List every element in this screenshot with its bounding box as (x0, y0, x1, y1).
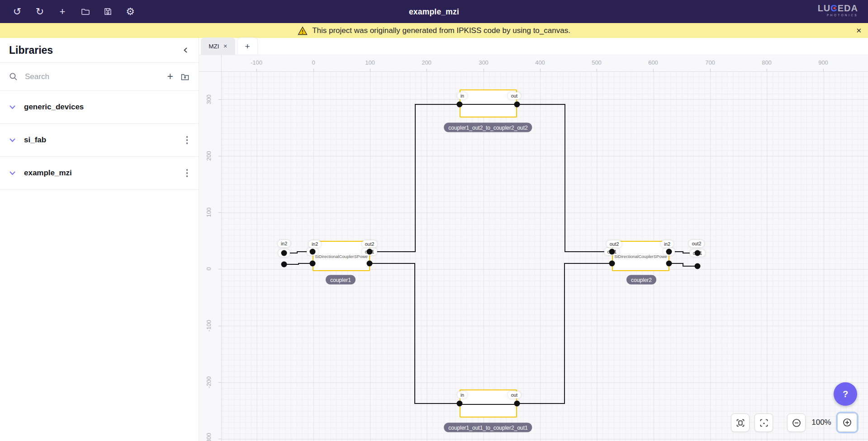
plus-icon: + (60, 6, 66, 18)
ruler-tick-label: -100 (251, 59, 262, 66)
ruler-tick-label: -100 (205, 320, 212, 332)
search-icon (9, 72, 18, 81)
port-ext-out2[interactable] (695, 250, 701, 256)
ruler-corner (199, 55, 222, 72)
port-c2-in1[interactable] (666, 261, 672, 267)
fit-selection-button[interactable] (754, 413, 773, 432)
save-icon (103, 7, 113, 16)
warning-banner: This project was originally generated fr… (0, 23, 868, 38)
undo-button[interactable]: ↺ (9, 4, 25, 20)
port-c1-in1[interactable] (310, 261, 316, 267)
ruler-tick-label: 400 (535, 59, 545, 66)
chevron-down-icon[interactable] (9, 137, 16, 143)
component-type-label: SiDirectionalCouplerSPowe (613, 254, 668, 259)
waveguide-line (460, 104, 517, 105)
tab-mzi[interactable]: MZI ✕ (201, 38, 235, 55)
logo-wordmark: LUCEDA (818, 4, 858, 13)
port-label-topwg-in: in (457, 92, 467, 99)
component-coupler1[interactable]: SiDirectionalCouplerSPowe (313, 241, 370, 271)
settings-button[interactable]: ⚙ (122, 4, 138, 20)
port-ext-in2[interactable] (281, 250, 287, 256)
port-label-botwg-in: in (457, 391, 467, 399)
ruler-tick-label: 200 (205, 151, 212, 161)
port-topwg-out[interactable] (514, 102, 520, 108)
port-c2-in2[interactable] (666, 249, 672, 255)
add-library-button[interactable]: + (167, 70, 173, 83)
instance-badge-coupler2: coupler2 (626, 275, 656, 285)
sidebar-item-example-mzi[interactable]: example_mzi (0, 157, 199, 190)
library-name: si_fab (24, 136, 176, 145)
port-botwg-out[interactable] (514, 401, 520, 407)
horizontal-ruler: -100 0 100 200 300 400 500 600 700 800 9… (199, 55, 868, 72)
ruler-tick-label: -200 (205, 376, 212, 388)
port-ext-out1[interactable] (695, 263, 701, 269)
plus-icon: + (167, 70, 173, 83)
folder-import-icon (180, 72, 190, 81)
ruler-tick-label: 600 (648, 59, 658, 66)
banner-text: This project was originally generated fr… (312, 26, 570, 35)
port-label-c1-out2: out2 (362, 240, 377, 248)
port-c1-out2[interactable] (367, 249, 373, 255)
app-window: ↺ ↻ + ⚙ example_mzi LUCEDA PHOTONICS Thi… (0, 0, 868, 441)
schematic-canvas[interactable]: SiDirectionalCouplerSPowe SiDirectionalC… (199, 55, 868, 441)
sidebar-header: Libraries (0, 38, 199, 63)
undo-icon: ↺ (13, 6, 21, 18)
save-button[interactable] (100, 4, 116, 20)
port-c2-out1[interactable] (609, 261, 615, 267)
port-label-topwg-out: out (508, 92, 521, 99)
wire (517, 263, 612, 403)
sidebar-item-generic-devices[interactable]: generic_devices (0, 91, 199, 124)
redo-button[interactable]: ↻ (32, 4, 48, 20)
sidebar-collapse-button[interactable] (182, 47, 190, 54)
library-menu-button[interactable] (185, 167, 190, 179)
library-name: example_mzi (24, 169, 176, 178)
port-label-ext-out2: out2 (689, 240, 704, 247)
logo-c: C (830, 3, 837, 13)
window-title: example_mzi (409, 7, 459, 16)
port-ext-in1[interactable] (281, 262, 287, 267)
instance-badge-coupler1: coupler1 (326, 275, 356, 285)
banner-close-button[interactable]: ✕ (856, 27, 862, 35)
sidebar-search-row: + (0, 63, 199, 91)
port-label-botwg-out: out (508, 391, 521, 399)
port-botwg-in[interactable] (457, 401, 463, 407)
luceda-logo: LUCEDA PHOTONICS (818, 4, 858, 17)
new-button[interactable]: + (54, 4, 71, 20)
tab-label: MZI (209, 43, 219, 50)
search-input[interactable] (25, 72, 160, 81)
help-button[interactable]: ? (834, 382, 857, 406)
port-c2-out2[interactable] (609, 249, 615, 255)
ruler-tick-label: 200 (422, 59, 432, 66)
port-c1-in2[interactable] (310, 249, 316, 255)
chevron-down-icon[interactable] (9, 170, 16, 176)
add-tab-button[interactable]: + (237, 38, 258, 55)
libraries-sidebar: Libraries + generic_devices si_fab examp… (0, 38, 199, 441)
ruler-tick-label: 900 (818, 59, 828, 66)
logo-red-dot (833, 7, 835, 9)
chevron-left-icon (182, 47, 190, 54)
ruler-tick-label: 0 (312, 59, 315, 66)
import-library-button[interactable] (180, 72, 190, 81)
ruler-tick-label: 0 (205, 267, 212, 270)
zoom-out-button[interactable] (787, 413, 806, 432)
tab-close-button[interactable]: ✕ (223, 43, 228, 49)
port-c1-out1[interactable] (367, 261, 373, 267)
library-menu-button[interactable] (185, 134, 190, 146)
chevron-down-icon[interactable] (9, 104, 16, 110)
zoom-level: 100% (809, 418, 834, 427)
open-folder-button[interactable] (77, 4, 93, 20)
fit-selection-icon (759, 418, 768, 427)
wire (284, 263, 313, 264)
sidebar-item-si-fab[interactable]: si_fab (0, 124, 199, 157)
header-bar: ↺ ↻ + ⚙ example_mzi LUCEDA PHOTONICS (0, 0, 868, 23)
ruler-tick-label: 100 (365, 59, 375, 66)
zoom-out-icon (792, 418, 802, 428)
port-topwg-in[interactable] (457, 102, 463, 108)
port-label-ext-in2: in2 (278, 240, 290, 247)
logo-subtitle: PHOTONICS (818, 14, 858, 17)
zoom-in-button[interactable] (836, 412, 859, 433)
logo-lu: LU (818, 3, 831, 13)
fit-view-button[interactable] (731, 413, 749, 432)
gear-icon: ⚙ (126, 6, 135, 18)
ruler-tick-label: 500 (592, 59, 602, 66)
